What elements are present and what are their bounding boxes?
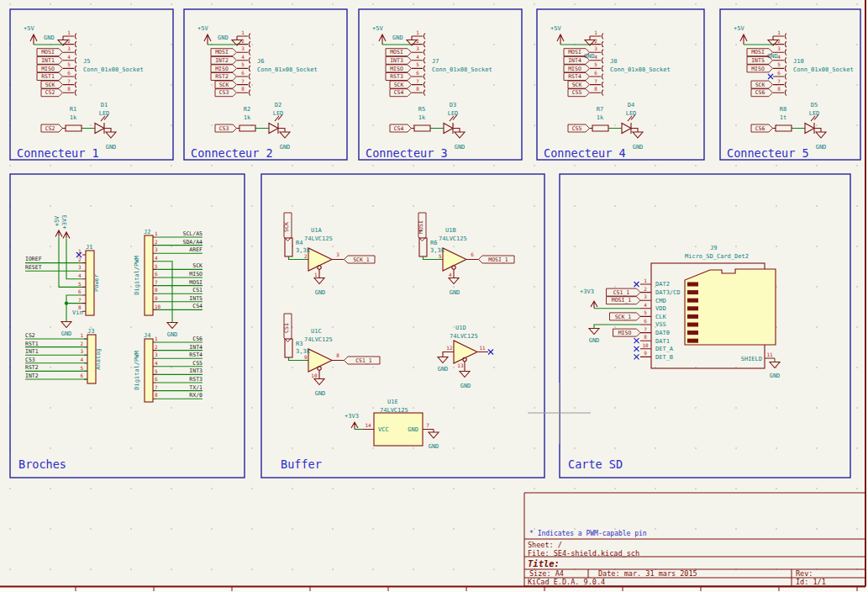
net-label[interactable]: INT4 xyxy=(189,344,203,351)
pin-number: 5 xyxy=(241,61,245,67)
pin-number: 5 xyxy=(439,253,442,259)
net-label-text: CS4 xyxy=(394,89,404,96)
net-label[interactable]: MOSI xyxy=(189,279,203,286)
net-label[interactable]: CS3 xyxy=(25,357,35,363)
schematic-sheet: +5V GND 1 2 3 4 5 6 7 8 MOSI INT1 MISO R… xyxy=(0,0,868,592)
net-label[interactable]: INT3 xyxy=(189,367,203,374)
pin-number: 1 xyxy=(241,29,245,35)
net-label-text: MISO xyxy=(618,330,632,336)
net-label[interactable]: INT1 xyxy=(25,348,39,355)
net-label[interactable]: SCK xyxy=(192,262,203,269)
kicad-schematic-canvas[interactable]: +5V GND 1 2 3 4 5 6 7 8 MOSI INT1 MISO R… xyxy=(0,0,868,592)
pin-number: 2 xyxy=(777,38,781,44)
net-label-text: CS5 xyxy=(572,125,582,132)
pin-number: 5 xyxy=(78,281,82,287)
ref-des: J9 xyxy=(710,245,717,251)
net-label-text: CS1 xyxy=(283,323,290,333)
pin-number: 4 xyxy=(155,255,158,261)
led-value: LED xyxy=(809,110,820,117)
net-label-text: MOSI_1 xyxy=(488,256,508,263)
net-label[interactable]: CS1 xyxy=(192,287,203,293)
gnd-flag: GND xyxy=(44,34,55,41)
net-label-text: SCK_1 xyxy=(615,314,632,320)
net-label[interactable]: RESET xyxy=(25,264,42,271)
power-flag: +5V xyxy=(54,215,60,226)
net-label-text: CS3 xyxy=(219,125,229,132)
net-label[interactable]: RST4 xyxy=(189,352,203,358)
resistor-ref: R3 xyxy=(296,341,302,347)
pin-number: 7 xyxy=(67,78,71,84)
pin-number: 5 xyxy=(155,368,158,374)
resistor-ref: R8 xyxy=(780,106,786,113)
pin-number: 3 xyxy=(155,246,158,252)
pin-number: 3 xyxy=(78,264,82,270)
pin-number: 1 xyxy=(416,29,419,35)
net-label-text: CS3 xyxy=(219,89,229,96)
net-label[interactable]: RX/0 xyxy=(189,392,203,399)
net-label-text: CS6 xyxy=(755,125,765,132)
net-label-text: RST2 xyxy=(215,73,229,80)
pin-number: 1 xyxy=(155,336,158,341)
pin-number: 10 xyxy=(311,373,318,378)
net-label-text: CS6 xyxy=(755,89,765,96)
block-title: Broches xyxy=(18,457,66,471)
net-label[interactable]: TX/1 xyxy=(189,384,203,391)
id-field: Id: 1/1 xyxy=(796,578,826,586)
title-field: Title: xyxy=(528,558,560,568)
pin-number: 8 xyxy=(416,86,419,92)
pin-number: 6 xyxy=(155,271,158,277)
gnd-flag: GND xyxy=(589,337,600,344)
pin-name: DAT3/CD xyxy=(655,289,681,296)
j3-name: Analog xyxy=(95,348,102,369)
pin-number: 8 xyxy=(594,86,597,92)
part-name: 74LVC125 xyxy=(380,407,408,414)
net-label[interactable]: INT2 xyxy=(25,373,39,379)
net-label[interactable]: SDA/A4 xyxy=(183,239,203,246)
net-label[interactable]: CS2 xyxy=(25,332,35,339)
date-field: Date: mar. 31 mars 2015 xyxy=(598,569,697,578)
net-label-text: CS4 xyxy=(394,125,404,132)
net-label[interactable]: IOREF xyxy=(25,256,42,262)
net-label[interactable]: MISO xyxy=(189,271,203,278)
part-name: 74LVC125 xyxy=(439,235,467,242)
pin-number: 5 xyxy=(594,61,597,67)
pin-number: 4 xyxy=(67,54,71,60)
net-label-text: MISO xyxy=(41,66,55,72)
net-label-text: INT3 xyxy=(390,57,403,64)
pin-number: 7 xyxy=(777,78,781,84)
pin-number: 3 xyxy=(594,45,597,51)
net-label[interactable]: CS5 xyxy=(192,360,203,367)
gnd-flag: GND xyxy=(315,390,326,397)
net-label[interactable]: INT5 xyxy=(189,295,203,302)
pin-name: GND xyxy=(408,426,418,433)
net-label-text: MISO xyxy=(751,66,765,72)
net-label-text: MOSI xyxy=(418,220,424,234)
resistor-value: 1k xyxy=(418,114,426,121)
net-label-text: CS1_1 xyxy=(613,289,630,296)
pin-number: 8 xyxy=(644,334,647,340)
j4-body xyxy=(145,339,153,402)
sd-card-shape xyxy=(685,269,776,345)
net-label-text: MOSI xyxy=(390,49,403,56)
net-label[interactable]: CS6 xyxy=(192,336,203,342)
net-label-text: MOSI xyxy=(568,49,581,56)
pin-number: 8 xyxy=(67,86,71,92)
pin-name: CMD xyxy=(655,298,666,304)
net-label[interactable]: RST1 xyxy=(25,341,39,347)
j2-name: Digital/PWM xyxy=(134,256,140,294)
net-label[interactable]: CS4 xyxy=(192,303,203,309)
pin-number: 2 xyxy=(594,38,597,44)
pin-number: 5 xyxy=(644,309,647,315)
net-label[interactable]: AREF xyxy=(189,246,203,253)
pin-number: 5 xyxy=(416,61,419,67)
led-ref: D4 xyxy=(628,102,634,108)
net-label-text: CS1_1 xyxy=(355,357,372,364)
pin-number: 4 xyxy=(416,54,419,60)
net-label-text: CS5 xyxy=(572,89,582,96)
net-label[interactable]: RST3 xyxy=(189,376,203,383)
net-label-text: INT2 xyxy=(215,57,229,64)
net-label[interactable]: SCL/A5 xyxy=(183,230,203,237)
net-label[interactable]: RST2 xyxy=(25,364,39,371)
j2-body xyxy=(145,235,153,315)
net-label-text: MOSI xyxy=(751,49,765,56)
